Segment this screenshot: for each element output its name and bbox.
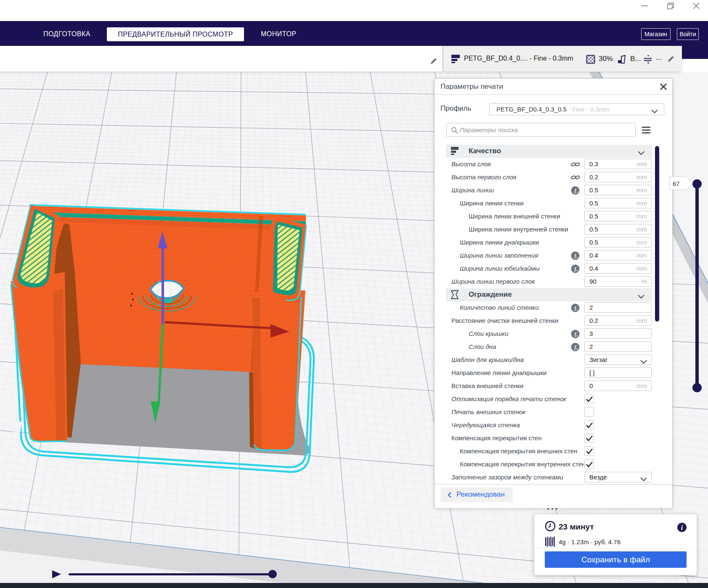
svg-text:x: x (576, 308, 578, 311)
svg-text:x: x (576, 190, 578, 194)
svg-text:67: 67 (673, 180, 680, 187)
svg-text:x: x (576, 269, 578, 272)
svg-text:x: x (576, 334, 578, 338)
svg-text:i: i (681, 524, 683, 531)
svg-text:x: x (576, 255, 578, 259)
svg-text:x: x (576, 347, 578, 351)
